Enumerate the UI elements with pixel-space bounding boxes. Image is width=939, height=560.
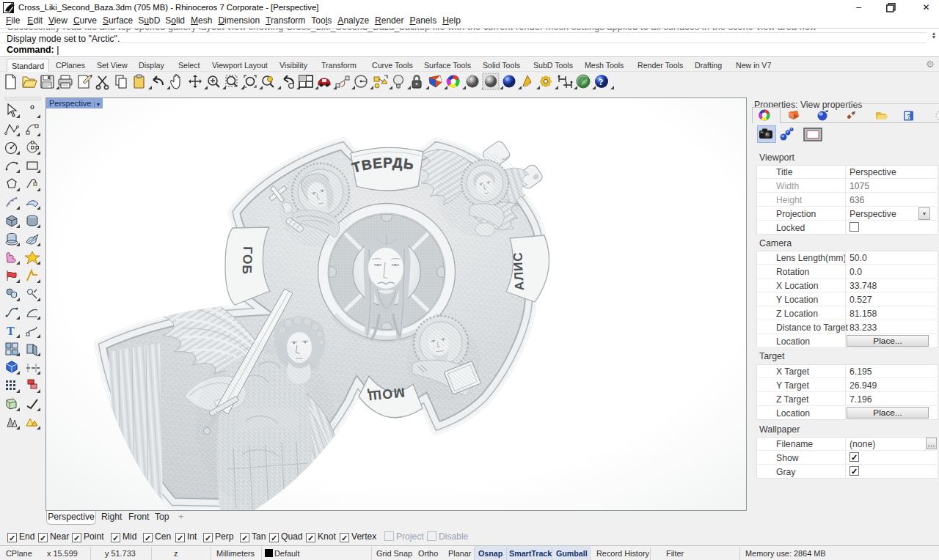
svg-text:?: ?: [907, 113, 910, 120]
svg-text:T: T: [7, 325, 15, 337]
svg-text:АЛИС: АЛИС: [511, 251, 527, 291]
svg-text:?: ?: [599, 76, 604, 87]
svg-text:ГОБ: ГОБ: [240, 246, 255, 276]
